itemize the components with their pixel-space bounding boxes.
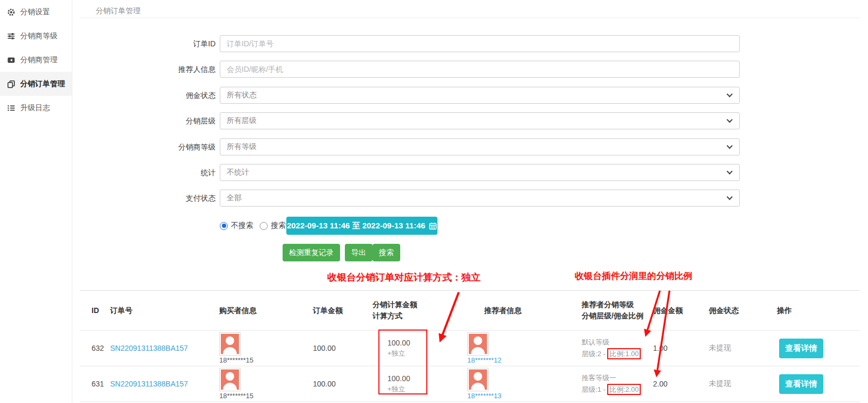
referrer-grade-cell: 推客等级一 层级:1 - 比例:2.00	[582, 372, 641, 396]
distribution-level-select[interactable]: 所有层级	[220, 112, 740, 129]
distributor-grade-label: 分销商等级	[72, 138, 216, 155]
chevron-down-icon	[726, 117, 732, 122]
ratio-value: 比例:2.00	[607, 384, 641, 395]
search-radio-label: 搜索	[271, 221, 286, 231]
order-id-cell: 632	[92, 344, 104, 352]
order-no-link[interactable]: SN22091311388BA157	[110, 344, 188, 352]
payment-status-label: 支付状态	[72, 190, 216, 207]
search-button[interactable]: 搜索	[373, 244, 400, 261]
order-manage-icon	[7, 80, 15, 88]
no-search-radio[interactable]: 不搜索	[220, 217, 253, 235]
chevron-down-icon	[726, 91, 732, 97]
sidebar-item-distributor-manage[interactable]: 分销商管理	[0, 48, 72, 72]
buyer-info-cell: 18*******15	[219, 332, 288, 364]
chevron-down-icon	[726, 168, 732, 174]
check-duplicates-button[interactable]: 检测重复记录	[283, 244, 340, 261]
statistics-select[interactable]: 不统计	[220, 164, 740, 181]
col-header-commission: 佣金金额	[653, 305, 683, 316]
referrer-info-cell: 18*******12	[467, 332, 536, 364]
search-radio[interactable]: 搜索	[260, 217, 286, 235]
commission-status-cell: 未提现	[709, 343, 731, 353]
upgrade-log-icon	[7, 104, 15, 112]
order-amount-cell: 100.00	[313, 344, 336, 352]
col-header-calc: 分销计算金额计算方式	[373, 299, 417, 322]
filter-row-statistics: 统计 不统计	[72, 164, 868, 181]
referrer-avatar	[467, 368, 489, 391]
level-text: 层级:2 -	[582, 350, 607, 358]
date-search-row: 不搜索 搜索 2022-09-13 11:46 至 2022-09-13 11:…	[72, 217, 868, 235]
sidebar: 分销设置 分销商等级 分销商管理	[0, 0, 72, 403]
no-search-radio-label: 不搜索	[231, 221, 253, 231]
sidebar-item-distribution-orders[interactable]: 分销订单管理	[0, 72, 72, 96]
payment-status-value: 全部	[227, 193, 728, 203]
buyer-avatar	[219, 332, 241, 356]
sidebar-item-label: 分销设置	[20, 7, 50, 17]
calc-mode-annotation: 收银台分销订单对应计算方式：独立	[327, 271, 481, 284]
commission-status-label: 佣金状态	[72, 87, 216, 104]
filter-row-distribution-level: 分销层级 所有层级	[72, 112, 868, 129]
distributor-grade-select[interactable]: 所有等级	[220, 138, 740, 155]
ratio-value: 比例:1.00	[607, 348, 641, 359]
referrer-info-input[interactable]	[220, 61, 740, 78]
filter-row-referrer-info: 推荐人信息	[72, 61, 868, 78]
commission-amount-cell: 2.00	[653, 380, 667, 388]
calendar-icon	[429, 222, 437, 230]
date-range-button[interactable]: 2022-09-13 11:46 至 2022-09-13 11:46	[286, 217, 437, 235]
referrer-phone-link[interactable]: 18*******12	[467, 356, 501, 364]
distributor-manage-icon	[7, 56, 15, 64]
referrer-info-label: 推荐人信息	[72, 61, 216, 78]
filter-row-payment-status: 支付状态 全部	[72, 190, 868, 207]
page-title: 分销订单管理	[96, 6, 140, 16]
gear-icon	[7, 8, 15, 17]
referrer-phone-link[interactable]: 18*******13	[467, 392, 501, 400]
commission-status-select[interactable]: 所有状态	[220, 87, 740, 104]
sliders-icon	[7, 32, 15, 40]
filter-row-distributor-grade: 分销商等级 所有等级	[72, 138, 868, 155]
date-range-text: 2022-09-13 11:46 至 2022-09-13 11:46	[287, 221, 425, 231]
sidebar-item-label: 分销订单管理	[20, 79, 65, 89]
referrer-grade-cell: 默认等级 层级:2 - 比例:1.00	[582, 336, 641, 360]
radio-unchecked-icon	[260, 222, 268, 230]
col-header-grade: 推荐者分销等级分销层级/佣金比例	[582, 299, 643, 322]
order-id-cell: 631	[92, 380, 104, 388]
view-detail-button[interactable]: 查看详情	[779, 339, 823, 358]
col-header-buyer: 购买者信息	[219, 305, 257, 316]
view-detail-button[interactable]: 查看详情	[779, 374, 823, 394]
col-header-amount: 订单金额	[313, 305, 343, 316]
export-button[interactable]: 导出	[345, 244, 373, 261]
grade-name: 推客等级一	[582, 372, 641, 384]
col-header-status: 佣金状态	[709, 305, 739, 316]
main-content: 分销订单管理 订单ID 推荐人信息 佣金状态 所有状态 分销层级 所有层级	[72, 0, 868, 403]
payment-status-select[interactable]: 全部	[220, 190, 740, 207]
sidebar-item-label: 升级日志	[20, 103, 50, 113]
order-no-link[interactable]: SN22091311388BA157	[110, 380, 188, 388]
sidebar-item-distributor-grade[interactable]: 分销商等级	[0, 24, 72, 48]
col-header-id: ID	[92, 305, 99, 316]
grade-name: 默认等级	[582, 336, 641, 348]
distributor-grade-value: 所有等级	[227, 142, 728, 152]
buyer-phone: 18*******15	[219, 392, 253, 400]
referrer-avatar	[467, 332, 489, 356]
buyer-phone: 18*******15	[219, 356, 253, 364]
commission-amount-cell: 1.00	[653, 344, 667, 352]
col-header-order-no: 订单号	[110, 305, 133, 316]
radio-checked-icon	[220, 222, 228, 230]
sidebar-item-upgrade-log[interactable]: 升级日志	[0, 96, 72, 120]
chevron-down-icon	[726, 194, 732, 200]
commission-status-cell: 未提现	[709, 379, 731, 389]
calc-amount-cell: 100.00 +独立	[387, 374, 410, 394]
statistics-value: 不统计	[227, 168, 728, 177]
table-row: 632 SN22091311388BA157 18*******15 100.0…	[80, 331, 860, 366]
level-text: 层级:1 -	[582, 385, 607, 393]
ratio-annotation: 收银台插件分润里的分销比例	[575, 270, 692, 282]
sidebar-item-distribution-settings[interactable]: 分销设置	[0, 0, 72, 24]
referrer-info-cell: 18*******13	[467, 368, 536, 400]
commission-status-value: 所有状态	[227, 91, 728, 100]
filter-row-commission-status: 佣金状态 所有状态	[72, 87, 868, 104]
sidebar-item-label: 分销商等级	[20, 31, 57, 41]
order-id-input[interactable]	[220, 35, 740, 52]
buyer-avatar	[219, 368, 241, 391]
col-header-referrer: 推荐者信息	[484, 305, 522, 316]
distribution-level-label: 分销层级	[72, 112, 216, 129]
order-amount-cell: 100.00	[313, 380, 336, 388]
